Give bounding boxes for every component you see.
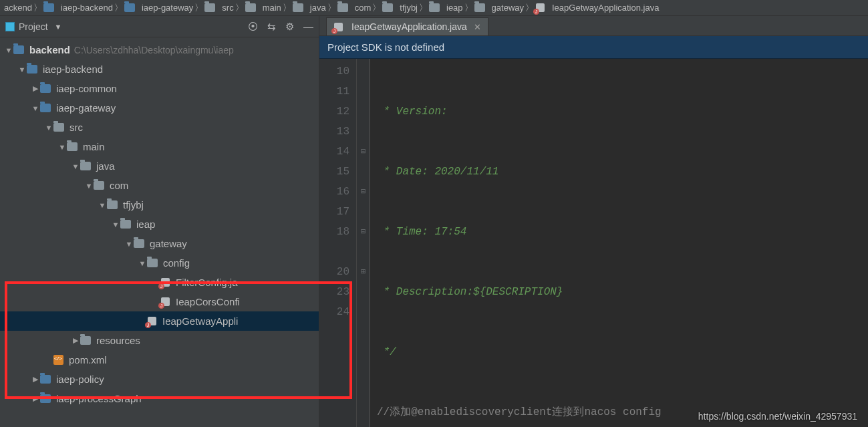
folder-icon <box>53 123 64 132</box>
code-area[interactable]: 101112131415161718202324 ⊟⊟⊟⊞ * Version:… <box>319 59 868 427</box>
folder-icon <box>147 259 158 267</box>
folder-icon <box>80 162 91 170</box>
settings-icon[interactable]: ⚙ <box>285 21 294 33</box>
folder-icon <box>134 239 144 248</box>
tree-node-gateway[interactable]: ▼gateway <box>0 234 319 253</box>
sdk-warning-banner[interactable]: Project SDK is not defined <box>319 36 868 59</box>
crumb-item[interactable]: java <box>293 3 326 13</box>
tree-file-getwayapp[interactable]: ▶JIeapGetwayAppli <box>0 311 319 331</box>
module-icon <box>40 84 51 93</box>
tree-node-tfjybj[interactable]: ▼tfjybj <box>0 195 319 215</box>
crumb-item[interactable]: JIeapGetwayApplication.java <box>535 3 659 13</box>
tree-node-src[interactable]: ▼src <box>0 118 319 137</box>
tree-file-corsconfig[interactable]: ▶JIeapCorsConfi <box>0 292 319 311</box>
module-icon <box>43 3 54 12</box>
tree-root[interactable]: ▼backendC:\Users\zdhha\Desktop\xaingmu\i… <box>0 40 319 59</box>
module-icon <box>40 375 51 384</box>
tree-node-iaep-policy[interactable]: ▶iaep-policy <box>0 370 319 389</box>
crumb-item[interactable]: main <box>245 3 281 13</box>
java-file-icon: J <box>160 297 170 307</box>
folder-icon <box>293 3 303 12</box>
folder-icon <box>120 220 131 229</box>
folder-icon <box>204 3 215 12</box>
folder-icon <box>245 3 256 12</box>
tree-node-config[interactable]: ▼config <box>0 253 319 273</box>
editor: J IeapGetwayApplication.java ✕ Project S… <box>319 16 868 427</box>
tree-node-com[interactable]: ▼com <box>0 176 319 195</box>
module-icon <box>27 65 37 74</box>
folder-icon <box>94 181 104 190</box>
maven-icon <box>53 355 63 365</box>
folder-icon <box>382 3 393 12</box>
crumb-item[interactable]: iaep-backend <box>43 3 113 13</box>
crumb-item[interactable]: com <box>337 3 372 13</box>
tree-node-iaep-common[interactable]: ▶iaep-common <box>0 79 319 98</box>
breadcrumb: ackend〉 iaep-backend〉 iaep-gateway〉 src〉… <box>0 0 868 16</box>
chevron-down-icon: ▼ <box>55 23 62 31</box>
module-icon <box>13 45 24 54</box>
fold-gutter[interactable]: ⊟⊟⊟⊞ <box>357 59 370 427</box>
editor-tabbar: J IeapGetwayApplication.java ✕ <box>319 16 868 36</box>
java-file-icon: J <box>535 3 545 13</box>
tree-node-resources[interactable]: ▶resources <box>0 331 319 350</box>
crumb-item[interactable]: ackend <box>4 3 32 13</box>
code-content[interactable]: * Version: * Date: 2020/11/11 * Time: 17… <box>370 59 868 427</box>
collapse-icon[interactable]: ⇆ <box>267 21 276 33</box>
project-tool-window: Project ▼ ⦿ ⇆ ⚙ — ▼backendC:\Users\zdhha… <box>0 16 319 427</box>
watermark: https://blog.csdn.net/weixin_42957931 <box>698 411 857 422</box>
tree-file-filterconfig[interactable]: ▶JFilterConfig.ja <box>0 273 319 292</box>
java-file-icon: J <box>160 277 170 287</box>
crumb-item[interactable]: tfjybj <box>382 3 418 13</box>
project-tree[interactable]: ▼backendC:\Users\zdhha\Desktop\xaingmu\i… <box>0 37 319 427</box>
project-icon <box>5 22 15 31</box>
java-file-icon: J <box>333 22 343 32</box>
tree-node-java[interactable]: ▼java <box>0 156 319 176</box>
project-header: Project ▼ ⦿ ⇆ ⚙ — <box>0 16 319 37</box>
line-gutter: 101112131415161718202324 <box>319 59 357 427</box>
module-icon <box>40 394 51 403</box>
folder-icon <box>80 336 91 345</box>
folder-icon <box>337 3 348 12</box>
tree-node-ieap[interactable]: ▼ieap <box>0 215 319 234</box>
crumb-item[interactable]: gateway <box>474 3 524 13</box>
folder-icon <box>429 3 440 12</box>
module-icon <box>124 3 135 12</box>
folder-icon <box>107 200 118 209</box>
editor-tab[interactable]: J IeapGetwayApplication.java ✕ <box>326 17 488 35</box>
tree-node-main[interactable]: ▼main <box>0 137 319 156</box>
tab-label: IeapGetwayApplication.java <box>351 21 467 32</box>
module-icon <box>40 104 51 112</box>
folder-icon <box>67 142 78 151</box>
hide-icon[interactable]: — <box>303 21 313 32</box>
crumb-item[interactable]: iaep-gateway <box>124 3 193 13</box>
locate-icon[interactable]: ⦿ <box>248 21 258 32</box>
folder-icon <box>474 3 485 12</box>
crumb-item[interactable]: src <box>204 3 233 13</box>
close-icon[interactable]: ✕ <box>474 22 481 32</box>
crumb-item[interactable]: ieap <box>429 3 463 13</box>
project-view-selector[interactable]: Project ▼ <box>5 21 61 32</box>
tree-node-iaep-gateway[interactable]: ▼iaep-gateway <box>0 98 319 118</box>
tree-file-pom[interactable]: ▶pom.xml <box>0 350 319 370</box>
tree-node-iaep-processgraph[interactable]: ▶iaep-processGraph <box>0 389 319 408</box>
java-file-icon: J <box>147 316 157 326</box>
tree-node-iaep-backend[interactable]: ▼iaep-backend <box>0 59 319 79</box>
